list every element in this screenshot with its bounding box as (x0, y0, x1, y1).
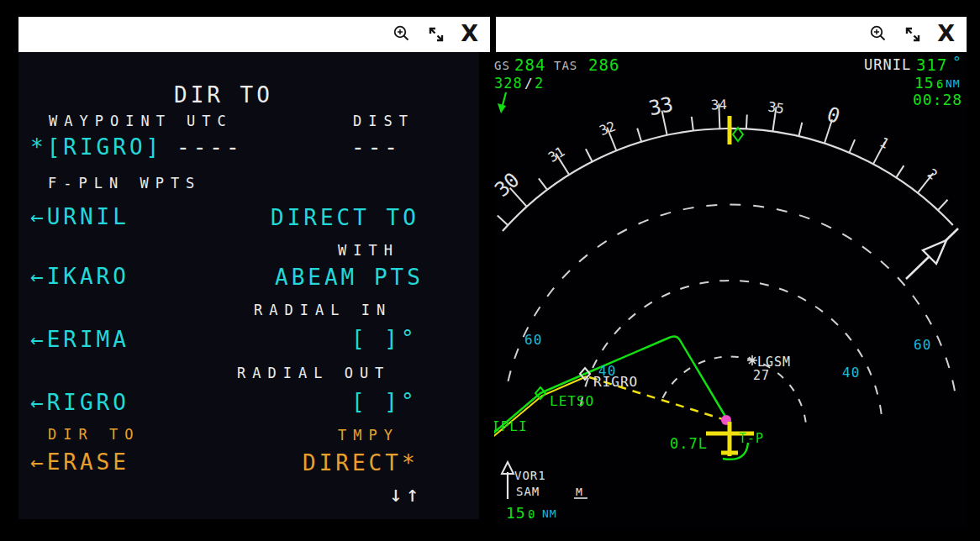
heading-label-35: 35 (767, 99, 786, 117)
heading-label-33: 33 (646, 92, 675, 120)
range-ring-60 (508, 204, 956, 401)
heading-tick (498, 216, 508, 226)
heading-tick (692, 117, 693, 131)
heading-tick (539, 178, 547, 190)
waypoint-letso-label: LETSO (550, 393, 594, 409)
label-tmpy: TMPY (338, 428, 399, 443)
next-wpt-ete: 00:28 (913, 91, 962, 108)
next-wpt-dist-unit: NM (946, 77, 961, 90)
resize-icon[interactable] (425, 24, 447, 45)
page-title: DIR TO (174, 84, 273, 106)
vor1-ident: SAM (516, 485, 540, 498)
rsk5-radial-out-entry[interactable]: [ ]° (351, 391, 418, 412)
range-label-60-left: 60 (524, 332, 542, 348)
heading-label-0: 0 (824, 102, 842, 129)
lsk1-waypoint-entry[interactable]: *[RIGRO] (30, 136, 162, 158)
range-label-40-right: 40 (842, 365, 860, 381)
heading-tick (637, 129, 641, 142)
tas-value: 286 (588, 55, 619, 74)
mcdu-screen: DIR TOWAYPOINT UTCDIST*[RIGRO]-------F-P… (18, 52, 479, 519)
lsk5-rigro[interactable]: ←RIGRO (30, 391, 129, 413)
heading-label-30: 30 (494, 168, 524, 202)
heading-label-31: 31 (545, 144, 567, 165)
wind-speed: 2 (535, 75, 544, 92)
heading-tick (896, 165, 904, 177)
magnify-icon[interactable] (392, 24, 412, 45)
xtrack-error: 0.7L (670, 435, 708, 452)
lsk2-urnil[interactable]: ←URNIL (30, 206, 129, 228)
heading-tick (746, 115, 747, 129)
heading-tick (798, 123, 802, 137)
label-radial-out: RADIAL OUT (237, 366, 390, 381)
wind-separator: / (524, 76, 534, 92)
heading-tick (938, 200, 948, 210)
resize-icon[interactable] (902, 24, 924, 45)
range-ring-40 (581, 281, 882, 417)
heading-tick (849, 139, 855, 153)
label-radial-in: RADIAL IN (254, 303, 392, 318)
nd-screen: 303132333435012GS284TAS286328/2URNIL317°… (494, 52, 967, 528)
next-wpt-dist-frac: 6 (936, 77, 944, 91)
lsk3-ikaro[interactable]: ←IKARO (30, 265, 129, 287)
turn-point-label: T-P (739, 431, 764, 446)
next-wpt-name: URNIL (864, 56, 911, 73)
dist-value: --- (351, 136, 401, 158)
gs-value: 284 (514, 55, 545, 74)
waypoint-ipli-label: IPLI (494, 418, 528, 434)
next-wpt-bearing: 317 (916, 55, 947, 74)
rsk4-radial-in-entry[interactable]: [ ]° (351, 328, 418, 349)
label-dist: DIST (353, 114, 414, 129)
airport-lgsm-rwy: 27 (753, 368, 770, 383)
wind-direction: 328 (494, 75, 523, 92)
track-diamond (733, 128, 743, 141)
vor1-dme-unit: NM (542, 507, 557, 520)
heading-label-1: 1 (877, 134, 892, 152)
lsk4-erima[interactable]: ←ERIMA (30, 328, 129, 350)
vor1-icon-head (502, 462, 514, 474)
gs-label: GS (494, 59, 510, 72)
waypoint-rigro-label: RIGRO (593, 374, 638, 390)
rsk2-direct-to[interactable]: DIRECT TO (271, 207, 419, 228)
flight-sim-popups: X DIR TOWAYPOINT UTCDIST*[RIGRO]-------F… (0, 0, 980, 541)
heading-label-34: 34 (710, 97, 727, 113)
range-label-60-right: 60 (914, 337, 931, 353)
mcdu-titlebar: X (18, 17, 490, 52)
airport-lgsm-icon (747, 355, 757, 365)
label-with: WITH (338, 244, 399, 258)
scroll-arrows[interactable]: ↓↑ (389, 483, 422, 505)
tas-label: TAS (554, 59, 577, 72)
rsk3-abeam-pts[interactable]: ABEAM PTS (275, 266, 424, 288)
heading-label-32: 32 (597, 118, 618, 139)
heading-tick (586, 149, 593, 161)
close-icon[interactable]: X (461, 22, 478, 47)
utc-value: ---- (177, 136, 243, 158)
lsk6-erase[interactable]: ←ERASE (30, 451, 129, 473)
label-fpln-wpts: F-PLN WPTS (48, 176, 201, 191)
label-waypoint-utc: WAYPOINT UTC (49, 114, 233, 129)
nd-titlebar: X (496, 17, 967, 52)
mode-m-label: M (576, 486, 583, 498)
wind-arrow-head (498, 103, 506, 113)
vor1-dme-frac: 0 (528, 507, 535, 521)
vor1-label: VOR1 (514, 469, 546, 482)
magnify-icon[interactable] (868, 24, 888, 45)
close-icon[interactable]: X (937, 22, 955, 47)
label-dir-to: DIR TO (48, 428, 140, 442)
rsk6-direct-insert[interactable]: DIRECT* (303, 452, 419, 474)
next-wpt-degree: ° (952, 53, 962, 71)
